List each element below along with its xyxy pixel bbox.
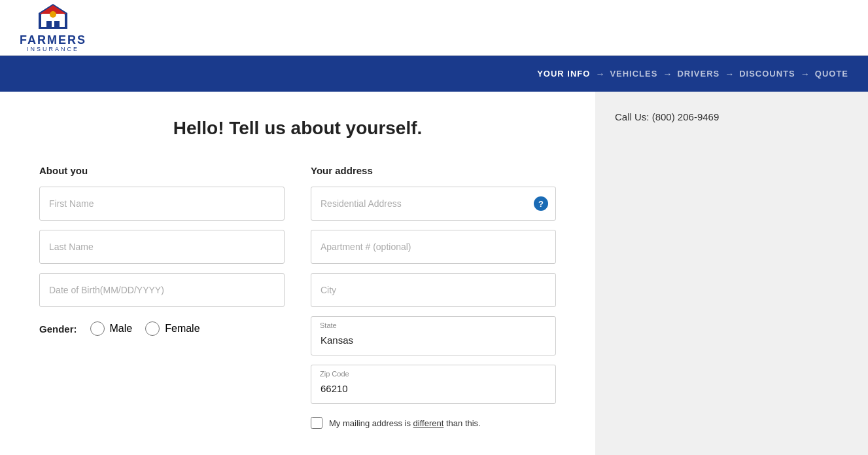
call-us-text: Call Us: (800) 206-9469 xyxy=(615,111,848,122)
page-title: Hello! Tell us about yourself. xyxy=(39,118,556,139)
mailing-different-link[interactable]: different xyxy=(413,418,444,428)
last-name-input[interactable] xyxy=(39,230,285,264)
nav-arrow-1: → xyxy=(595,69,604,79)
help-icon[interactable]: ? xyxy=(534,196,548,211)
svg-rect-6 xyxy=(54,21,60,27)
nav-bar: YOUR INFO → VEHICLES → DRIVERS → DISCOUN… xyxy=(0,56,868,92)
mailing-text-after: than this. xyxy=(443,418,480,428)
state-field-container: State xyxy=(311,316,556,355)
male-option[interactable]: Male xyxy=(90,321,133,336)
nav-step-vehicles[interactable]: VEHICLES xyxy=(610,69,657,79)
logo-icon xyxy=(33,3,73,34)
female-radio[interactable] xyxy=(145,321,160,336)
gender-row: Gender: Male Female xyxy=(39,321,285,336)
main-layout: Hello! Tell us about yourself. About you… xyxy=(0,92,868,455)
mailing-text-before: My mailing address is xyxy=(329,418,413,428)
logo-brand: FARMERS xyxy=(20,34,86,46)
about-you-title: About you xyxy=(39,165,285,176)
logo-sub: INSURANCE xyxy=(27,46,79,52)
svg-point-4 xyxy=(50,11,56,18)
state-label: State xyxy=(320,321,337,329)
male-radio[interactable] xyxy=(90,321,105,336)
form-grid: About you Gender: Male xyxy=(39,165,556,429)
nav-arrow-2: → xyxy=(663,69,672,79)
nav-step-quote[interactable]: QUOTE xyxy=(815,69,848,79)
city-input[interactable] xyxy=(311,273,556,307)
content-area: Hello! Tell us about yourself. About you… xyxy=(0,92,595,455)
nav-steps: YOUR INFO → VEHICLES → DRIVERS → DISCOUN… xyxy=(537,69,848,79)
female-option[interactable]: Female xyxy=(145,321,200,336)
apt-input[interactable] xyxy=(311,230,556,264)
last-name-field xyxy=(39,230,285,264)
your-address-title: Your address xyxy=(311,165,556,176)
female-label: Female xyxy=(165,323,200,335)
page-header: FARMERS INSURANCE xyxy=(0,0,868,56)
dob-field xyxy=(39,273,285,307)
mailing-address-row: My mailing address is different than thi… xyxy=(311,417,556,429)
mailing-address-text: My mailing address is different than thi… xyxy=(329,418,481,428)
nav-step-drivers[interactable]: DRIVERS xyxy=(677,69,720,79)
apt-field xyxy=(311,230,556,264)
svg-rect-5 xyxy=(46,21,52,27)
city-field xyxy=(311,273,556,307)
zip-field-container: Zip Code xyxy=(311,365,556,404)
residential-address-field: ? xyxy=(311,187,556,221)
gender-label: Gender: xyxy=(39,323,77,335)
your-address-col: Your address ? State Zip Code xyxy=(311,165,556,429)
first-name-input[interactable] xyxy=(39,187,285,221)
male-label: Male xyxy=(110,323,133,335)
first-name-field xyxy=(39,187,285,221)
logo: FARMERS INSURANCE xyxy=(20,3,86,52)
nav-arrow-4: → xyxy=(801,69,810,79)
zip-label: Zip Code xyxy=(320,370,349,378)
nav-arrow-3: → xyxy=(725,69,734,79)
nav-step-your-info[interactable]: YOUR INFO xyxy=(537,69,590,79)
residential-address-input[interactable] xyxy=(311,187,556,221)
sidebar: Call Us: (800) 206-9469 xyxy=(595,92,868,455)
mailing-address-checkbox[interactable] xyxy=(311,417,322,429)
nav-step-discounts[interactable]: DISCOUNTS xyxy=(739,69,795,79)
state-input[interactable] xyxy=(311,316,556,355)
dob-input[interactable] xyxy=(39,273,285,307)
about-you-col: About you Gender: Male xyxy=(39,165,285,429)
